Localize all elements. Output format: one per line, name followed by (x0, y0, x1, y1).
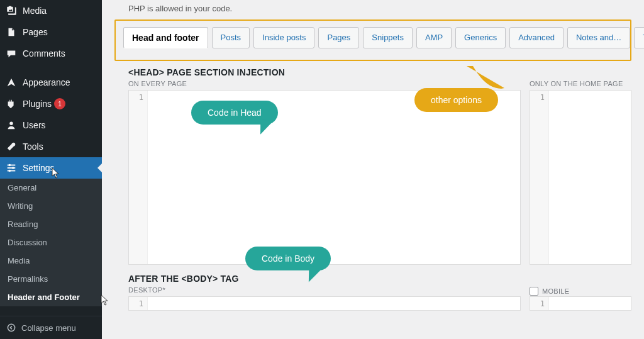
sidebar-item-label: Users (23, 120, 46, 130)
head-left-label: ON EVERY PAGE (128, 80, 187, 87)
sidebar-item-tools[interactable]: Tools (0, 136, 102, 157)
head-right-label: ONLY ON THE HOME PAGE (530, 80, 623, 87)
tools-icon (5, 140, 18, 153)
editor-textarea[interactable] (549, 91, 631, 264)
php-notice: PHP is allowed in your code. (114, 0, 631, 19)
sidebar-sub-permalinks[interactable]: Permalinks (0, 270, 102, 288)
line-gutter: 1 (530, 91, 549, 264)
tab-snippets[interactable]: Snippets (363, 27, 413, 48)
sidebar-item-appearance[interactable]: Appearance (0, 72, 102, 93)
collapse-icon (5, 321, 18, 334)
line-gutter: 1 (129, 91, 148, 264)
head-section-title: <HEAD> PAGE SECTION INJECTION (128, 67, 631, 77)
plugin-update-badge: 1 (54, 98, 65, 109)
sidebar-item-label: Pages (23, 27, 48, 37)
tab-head-footer[interactable]: Head and footer (123, 27, 208, 48)
line-gutter: 1 (129, 297, 148, 310)
tab-thank-you[interactable]: Thank you (634, 27, 644, 48)
sidebar-item-label: Plugins (23, 99, 52, 109)
svg-point-5 (12, 167, 14, 169)
tab-bar: Head and footer Posts Inside posts Pages… (114, 19, 631, 61)
sidebar-item-plugins[interactable]: Plugins 1 (0, 93, 102, 114)
body-left-label: DESKTOP* (128, 286, 165, 294)
sidebar-item-label: Tools (23, 142, 43, 152)
tab-notes[interactable]: Notes and… (567, 27, 630, 48)
admin-sidebar: Media Pages Comments Appearance Plugins … (0, 0, 102, 339)
plugins-icon (5, 97, 18, 110)
sidebar-sub-writing[interactable]: Writing (0, 197, 102, 215)
sidebar-item-settings[interactable]: Settings (0, 157, 102, 179)
body-section-title: AFTER THE <BODY> TAG (128, 274, 631, 284)
sidebar-sub-discussion[interactable]: Discussion (0, 233, 102, 252)
sidebar-sub-reading[interactable]: Reading (0, 215, 102, 233)
tab-advanced[interactable]: Advanced (509, 27, 564, 48)
collapse-menu[interactable]: Collapse menu (0, 316, 102, 339)
head-every-page-editor[interactable]: 1 (128, 90, 521, 265)
tab-pages[interactable]: Pages (318, 27, 359, 48)
mobile-checkbox[interactable] (530, 287, 538, 296)
body-mobile-editor[interactable]: 1 (530, 296, 631, 311)
tab-amp[interactable]: AMP (416, 27, 452, 48)
svg-point-6 (9, 170, 11, 172)
editor-textarea[interactable] (148, 297, 520, 310)
appearance-icon (5, 76, 18, 89)
editor-textarea[interactable] (549, 297, 631, 310)
head-home-page-editor[interactable]: 1 (530, 90, 631, 265)
callout-head-tail (258, 119, 273, 136)
svg-point-7 (8, 324, 14, 331)
comments-icon (5, 47, 18, 60)
sidebar-item-pages[interactable]: Pages (0, 21, 102, 43)
svg-point-0 (9, 122, 13, 125)
users-icon (5, 119, 18, 131)
sidebar-sub-media[interactable]: Media (0, 252, 102, 270)
sidebar-item-users[interactable]: Users (0, 114, 102, 136)
svg-point-4 (9, 164, 11, 167)
sidebar-item-label: Settings (23, 163, 55, 173)
body-right-label: MOBILE (542, 287, 569, 295)
pages-icon (5, 26, 18, 38)
sidebar-item-media[interactable]: Media (0, 0, 102, 21)
collapse-label: Collapse menu (21, 323, 76, 333)
callout-other: other options (414, 88, 498, 112)
sidebar-item-label: Media (23, 6, 47, 16)
sidebar-submenu: General Writing Reading Discussion Media… (0, 179, 102, 306)
sidebar-sub-header-footer[interactable]: Header and Footer (0, 288, 102, 306)
sidebar-sub-general[interactable]: General (0, 179, 102, 197)
callout-other-tail (467, 66, 504, 91)
tab-inside-posts[interactable]: Inside posts (253, 27, 314, 48)
callout-body-tail (306, 265, 323, 284)
media-icon (5, 4, 18, 17)
sidebar-item-label: Appearance (23, 77, 70, 87)
body-desktop-editor[interactable]: 1 (128, 296, 521, 311)
sidebar-item-label: Comments (23, 48, 65, 58)
settings-icon (5, 162, 18, 174)
line-gutter: 1 (530, 297, 549, 310)
tab-generics[interactable]: Generics (455, 27, 506, 48)
sidebar-item-comments[interactable]: Comments (0, 43, 102, 64)
main-content: PHP is allowed in your code. Head and fo… (102, 0, 644, 339)
tab-posts[interactable]: Posts (212, 27, 250, 48)
